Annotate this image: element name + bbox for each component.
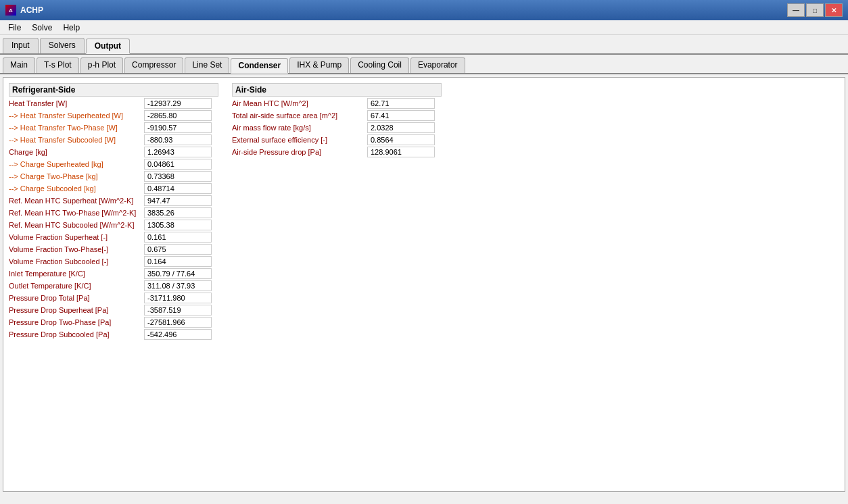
row-value: -9190.57 <box>144 122 212 133</box>
row-label: Ref. Mean HTC Superheat [W/m^2-K] <box>9 197 144 205</box>
app-icon: A <box>5 5 16 16</box>
row-label: Ref. Mean HTC Subcooled [W/m^2-K] <box>9 221 144 229</box>
row-label: Pressure Drop Superheat [Pa] <box>9 306 144 314</box>
content-area: Refrigerant-Side Heat Transfer [W]-12937… <box>3 77 845 492</box>
table-row: Pressure Drop Two-Phase [Pa]-27581.966 <box>9 317 218 328</box>
table-row: Air Mean HTC [W/m^2]62.71 <box>232 98 442 109</box>
table-row: Volume Fraction Subcooled [-]0.164 <box>9 256 218 267</box>
row-value: -880.93 <box>144 134 212 145</box>
tab-ts-plot[interactable]: T-s Plot <box>37 57 79 73</box>
row-value: 0.04861 <box>144 159 212 170</box>
table-row: --> Heat Transfer Two-Phase [W]-9190.57 <box>9 122 218 133</box>
row-value: 1.26943 <box>144 147 212 157</box>
row-value: 947.47 <box>144 195 212 206</box>
row-label: Air mass flow rate [kg/s] <box>232 124 367 132</box>
row-value: 311.08 / 37.93 <box>144 280 212 291</box>
refrigerant-side-header: Refrigerant-Side <box>9 83 218 97</box>
table-row: Air mass flow rate [kg/s]2.0328 <box>232 122 442 133</box>
row-value: 3835.26 <box>144 207 212 218</box>
table-row: External surface efficiency [-]0.8564 <box>232 134 442 145</box>
row-value: 62.71 <box>367 98 435 109</box>
tab-cooling-coil[interactable]: Cooling Coil <box>350 57 409 73</box>
row-value: 0.164 <box>144 256 212 267</box>
columns-layout: Refrigerant-Side Heat Transfer [W]-12937… <box>9 83 839 341</box>
row-label: Heat Transfer [W] <box>9 99 144 107</box>
air-side-header: Air-Side <box>232 83 442 97</box>
row-label: --> Heat Transfer Subcooled [W] <box>9 136 144 144</box>
table-row: Ref. Mean HTC Two-Phase [W/m^2-K]3835.26 <box>9 207 218 218</box>
tab-bar-top: Input Solvers Output <box>0 35 848 55</box>
table-row: Pressure Drop Superheat [Pa]-3587.519 <box>9 305 218 316</box>
tab-line-set[interactable]: Line Set <box>185 57 229 73</box>
row-label: --> Charge Two-Phase [kg] <box>9 172 144 180</box>
row-label: Volume Fraction Subcooled [-] <box>9 257 144 266</box>
tab-compressor[interactable]: Compressor <box>124 57 183 73</box>
row-label: Volume Fraction Two-Phase[-] <box>9 245 144 253</box>
menu-help[interactable]: Help <box>57 22 85 34</box>
minimize-button[interactable]: — <box>787 3 805 17</box>
row-value: -3587.519 <box>144 305 212 316</box>
tab-solvers[interactable]: Solvers <box>40 38 85 53</box>
refrigerant-rows: Heat Transfer [W]-12937.29--> Heat Trans… <box>9 98 218 340</box>
tab-output[interactable]: Output <box>86 39 130 54</box>
table-row: Charge [kg]1.26943 <box>9 147 218 157</box>
row-label: Air Mean HTC [W/m^2] <box>232 99 367 107</box>
close-button[interactable]: ✕ <box>825 3 843 17</box>
title-bar: A ACHP — □ ✕ <box>0 0 848 20</box>
table-row: Ref. Mean HTC Superheat [W/m^2-K]947.47 <box>9 195 218 206</box>
tab-evaporator[interactable]: Evaporator <box>410 57 465 73</box>
row-value: 0.161 <box>144 232 212 243</box>
table-row: Volume Fraction Superheat [-]0.161 <box>9 232 218 243</box>
row-label: Pressure Drop Total [Pa] <box>9 294 144 302</box>
tab-condenser[interactable]: Condenser <box>231 58 288 74</box>
window-title: ACHP <box>20 5 787 15</box>
tab-ph-plot[interactable]: p-h Plot <box>80 57 123 73</box>
table-row: --> Heat Transfer Subcooled [W]-880.93 <box>9 134 218 145</box>
row-label: Inlet Temperature [K/C] <box>9 270 144 278</box>
row-label: --> Charge Subcooled [kg] <box>9 184 144 193</box>
tab-main[interactable]: Main <box>3 57 35 73</box>
table-row: Outlet Temperature [K/C]311.08 / 37.93 <box>9 280 218 291</box>
table-row: --> Charge Subcooled [kg]0.48714 <box>9 183 218 194</box>
row-value: 350.79 / 77.64 <box>144 268 212 279</box>
menu-bar: File Solve Help <box>0 20 848 35</box>
row-value: 67.41 <box>367 110 435 121</box>
row-value: 2.0328 <box>367 122 435 133</box>
row-label: Ref. Mean HTC Two-Phase [W/m^2-K] <box>9 209 144 217</box>
row-value: 0.48714 <box>144 183 212 194</box>
table-row: Ref. Mean HTC Subcooled [W/m^2-K]1305.38 <box>9 220 218 230</box>
air-side-panel: Air-Side Air Mean HTC [W/m^2]62.71Total … <box>232 83 442 341</box>
row-label: Total air-side surface area [m^2] <box>232 111 367 120</box>
row-value: -542.496 <box>144 329 212 340</box>
tab-bar-sub: Main T-s Plot p-h Plot Compressor Line S… <box>0 55 848 74</box>
table-row: Air-side Pressure drop [Pa]128.9061 <box>232 147 442 157</box>
air-rows: Air Mean HTC [W/m^2]62.71Total air-side … <box>232 98 442 157</box>
refrigerant-side-panel: Refrigerant-Side Heat Transfer [W]-12937… <box>9 83 218 341</box>
table-row: Volume Fraction Two-Phase[-]0.675 <box>9 244 218 255</box>
row-label: --> Heat Transfer Two-Phase [W] <box>9 124 144 132</box>
row-value: -12937.29 <box>144 98 212 109</box>
table-row: Inlet Temperature [K/C]350.79 / 77.64 <box>9 268 218 279</box>
row-label: Air-side Pressure drop [Pa] <box>232 148 367 156</box>
row-value: 128.9061 <box>367 147 435 157</box>
table-row: --> Heat Transfer Superheated [W]-2865.8… <box>9 110 218 121</box>
row-value: 0.675 <box>144 244 212 255</box>
row-value: 0.73368 <box>144 171 212 182</box>
row-label: Volume Fraction Superheat [-] <box>9 233 144 241</box>
menu-solve[interactable]: Solve <box>26 22 57 34</box>
row-label: Pressure Drop Two-Phase [Pa] <box>9 318 144 326</box>
table-row: --> Charge Superheated [kg]0.04861 <box>9 159 218 170</box>
row-label: Pressure Drop Subcooled [Pa] <box>9 330 144 338</box>
tab-ihx-pump[interactable]: IHX & Pump <box>289 57 349 73</box>
row-label: --> Heat Transfer Superheated [W] <box>9 111 144 120</box>
row-value: 1305.38 <box>144 220 212 230</box>
window-controls: — □ ✕ <box>787 3 843 17</box>
row-value: -2865.80 <box>144 110 212 121</box>
table-row: Total air-side surface area [m^2]67.41 <box>232 110 442 121</box>
maximize-button[interactable]: □ <box>806 3 824 17</box>
row-label: --> Charge Superheated [kg] <box>9 160 144 168</box>
menu-file[interactable]: File <box>3 22 26 34</box>
table-row: Heat Transfer [W]-12937.29 <box>9 98 218 109</box>
row-label: Outlet Temperature [K/C] <box>9 282 144 290</box>
tab-input[interactable]: Input <box>3 38 39 53</box>
